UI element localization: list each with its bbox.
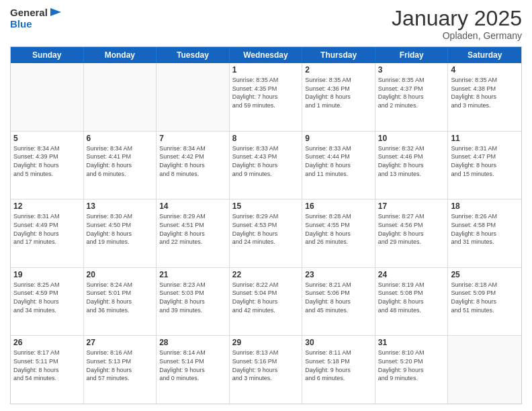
logo-icon: [49, 8, 61, 17]
header-monday: Monday: [84, 47, 157, 63]
day-detail: Sunrise: 8:28 AM Sunset: 4:55 PM Dayligh…: [305, 212, 372, 246]
header: General Blue January 2025 Opladen, Germa…: [10, 7, 522, 41]
day-detail: Sunrise: 8:32 AM Sunset: 4:46 PM Dayligh…: [378, 144, 445, 178]
day-number: 3: [378, 65, 445, 75]
day-number: 11: [451, 134, 519, 143]
day-detail: Sunrise: 8:34 AM Sunset: 4:42 PM Dayligh…: [159, 144, 226, 178]
logo-general: General: [10, 7, 48, 18]
calendar-cell: 29Sunrise: 8:13 AM Sunset: 5:16 PM Dayli…: [230, 336, 303, 404]
calendar-cell: 31Sunrise: 8:10 AM Sunset: 5:20 PM Dayli…: [375, 336, 449, 404]
day-detail: Sunrise: 8:17 AM Sunset: 5:11 PM Dayligh…: [13, 349, 81, 382]
calendar-cell: [157, 63, 230, 131]
calendar-cell: 2Sunrise: 8:35 AM Sunset: 4:36 PM Daylig…: [302, 63, 375, 131]
day-detail: Sunrise: 8:33 AM Sunset: 4:43 PM Dayligh…: [232, 144, 300, 178]
calendar-cell: 6Sunrise: 8:34 AM Sunset: 4:41 PM Daylig…: [84, 132, 157, 199]
day-number: 13: [87, 201, 154, 211]
calendar-cell: 24Sunrise: 8:19 AM Sunset: 5:08 PM Dayli…: [375, 268, 449, 336]
calendar-header: Sunday Monday Tuesday Wednesday Thursday…: [11, 47, 521, 63]
page: General Blue January 2025 Opladen, Germa…: [0, 0, 532, 411]
header-friday: Friday: [375, 47, 449, 63]
header-tuesday: Tuesday: [157, 47, 230, 63]
calendar: Sunday Monday Tuesday Wednesday Thursday…: [10, 46, 522, 404]
day-number: 2: [305, 65, 372, 75]
day-detail: Sunrise: 8:35 AM Sunset: 4:37 PM Dayligh…: [378, 76, 445, 109]
day-number: 4: [451, 65, 519, 75]
calendar-week-1: 1Sunrise: 8:35 AM Sunset: 4:35 PM Daylig…: [11, 63, 521, 131]
day-number: 31: [378, 338, 445, 347]
title-section: January 2025 Opladen, Germany: [392, 7, 522, 41]
calendar-cell: 8Sunrise: 8:33 AM Sunset: 4:43 PM Daylig…: [230, 132, 303, 199]
header-sunday: Sunday: [11, 47, 84, 63]
calendar-cell: 18Sunrise: 8:26 AM Sunset: 4:58 PM Dayli…: [448, 199, 521, 267]
day-number: 29: [232, 338, 300, 347]
svg-marker-0: [50, 8, 61, 16]
day-detail: Sunrise: 8:19 AM Sunset: 5:08 PM Dayligh…: [378, 281, 445, 314]
calendar-cell: 7Sunrise: 8:34 AM Sunset: 4:42 PM Daylig…: [157, 132, 230, 199]
day-number: 5: [13, 134, 81, 143]
day-detail: Sunrise: 8:35 AM Sunset: 4:35 PM Dayligh…: [232, 76, 300, 109]
day-number: 30: [305, 338, 372, 347]
calendar-cell: 4Sunrise: 8:35 AM Sunset: 4:38 PM Daylig…: [448, 63, 521, 131]
calendar-cell: 12Sunrise: 8:31 AM Sunset: 4:49 PM Dayli…: [11, 199, 84, 267]
day-number: 18: [451, 201, 519, 211]
day-number: 28: [159, 338, 226, 347]
calendar-cell: 14Sunrise: 8:29 AM Sunset: 4:51 PM Dayli…: [157, 199, 230, 267]
day-detail: Sunrise: 8:27 AM Sunset: 4:56 PM Dayligh…: [378, 212, 445, 246]
day-detail: Sunrise: 8:16 AM Sunset: 5:13 PM Dayligh…: [87, 349, 154, 382]
calendar-cell: 9Sunrise: 8:33 AM Sunset: 4:44 PM Daylig…: [302, 132, 375, 199]
calendar-cell: 30Sunrise: 8:11 AM Sunset: 5:18 PM Dayli…: [302, 336, 375, 404]
day-detail: Sunrise: 8:31 AM Sunset: 4:49 PM Dayligh…: [13, 212, 81, 246]
logo: General Blue: [10, 7, 62, 30]
day-number: 22: [232, 270, 300, 279]
day-number: 10: [378, 134, 445, 143]
day-detail: Sunrise: 8:29 AM Sunset: 4:51 PM Dayligh…: [159, 212, 226, 246]
header-thursday: Thursday: [302, 47, 375, 63]
calendar-cell: 21Sunrise: 8:23 AM Sunset: 5:03 PM Dayli…: [157, 268, 230, 336]
calendar-cell: 10Sunrise: 8:32 AM Sunset: 4:46 PM Dayli…: [375, 132, 449, 199]
header-saturday: Saturday: [448, 47, 521, 63]
day-number: 8: [232, 134, 300, 143]
day-number: 6: [87, 134, 154, 143]
calendar-week-4: 19Sunrise: 8:25 AM Sunset: 4:59 PM Dayli…: [11, 267, 521, 336]
day-number: 12: [13, 201, 81, 211]
calendar-cell: 23Sunrise: 8:21 AM Sunset: 5:06 PM Dayli…: [302, 268, 375, 336]
day-number: 17: [378, 201, 445, 211]
day-number: 23: [305, 270, 372, 279]
month-title: January 2025: [392, 7, 522, 30]
calendar-week-3: 12Sunrise: 8:31 AM Sunset: 4:49 PM Dayli…: [11, 199, 521, 267]
day-number: 26: [13, 338, 81, 347]
day-detail: Sunrise: 8:22 AM Sunset: 5:04 PM Dayligh…: [232, 281, 300, 314]
header-wednesday: Wednesday: [230, 47, 303, 63]
calendar-cell: 19Sunrise: 8:25 AM Sunset: 4:59 PM Dayli…: [11, 268, 84, 336]
day-detail: Sunrise: 8:23 AM Sunset: 5:03 PM Dayligh…: [159, 281, 226, 314]
calendar-week-5: 26Sunrise: 8:17 AM Sunset: 5:11 PM Dayli…: [11, 335, 521, 404]
calendar-cell: [448, 336, 521, 404]
logo-blue: Blue: [10, 18, 62, 30]
day-number: 21: [159, 270, 226, 279]
calendar-cell: 26Sunrise: 8:17 AM Sunset: 5:11 PM Dayli…: [11, 336, 84, 404]
calendar-cell: [84, 63, 157, 131]
day-number: 7: [159, 134, 226, 143]
day-detail: Sunrise: 8:34 AM Sunset: 4:39 PM Dayligh…: [13, 144, 81, 178]
day-detail: Sunrise: 8:11 AM Sunset: 5:18 PM Dayligh…: [305, 349, 372, 382]
calendar-cell: 13Sunrise: 8:30 AM Sunset: 4:50 PM Dayli…: [84, 199, 157, 267]
calendar-week-2: 5Sunrise: 8:34 AM Sunset: 4:39 PM Daylig…: [11, 131, 521, 199]
day-number: 20: [87, 270, 154, 279]
day-detail: Sunrise: 8:31 AM Sunset: 4:47 PM Dayligh…: [451, 144, 519, 178]
day-number: 15: [232, 201, 300, 211]
location: Opladen, Germany: [392, 30, 522, 41]
day-detail: Sunrise: 8:10 AM Sunset: 5:20 PM Dayligh…: [378, 349, 445, 382]
calendar-cell: 20Sunrise: 8:24 AM Sunset: 5:01 PM Dayli…: [84, 268, 157, 336]
day-number: 24: [378, 270, 445, 279]
day-number: 16: [305, 201, 372, 211]
day-detail: Sunrise: 8:26 AM Sunset: 4:58 PM Dayligh…: [451, 212, 519, 246]
day-detail: Sunrise: 8:21 AM Sunset: 5:06 PM Dayligh…: [305, 281, 372, 314]
calendar-cell: 3Sunrise: 8:35 AM Sunset: 4:37 PM Daylig…: [375, 63, 449, 131]
day-number: 27: [87, 338, 154, 347]
day-detail: Sunrise: 8:18 AM Sunset: 5:09 PM Dayligh…: [451, 281, 519, 314]
day-detail: Sunrise: 8:33 AM Sunset: 4:44 PM Dayligh…: [305, 144, 372, 178]
calendar-cell: 5Sunrise: 8:34 AM Sunset: 4:39 PM Daylig…: [11, 132, 84, 199]
calendar-body: 1Sunrise: 8:35 AM Sunset: 4:35 PM Daylig…: [11, 63, 521, 404]
day-detail: Sunrise: 8:25 AM Sunset: 4:59 PM Dayligh…: [13, 281, 81, 314]
day-detail: Sunrise: 8:35 AM Sunset: 4:38 PM Dayligh…: [451, 76, 519, 109]
